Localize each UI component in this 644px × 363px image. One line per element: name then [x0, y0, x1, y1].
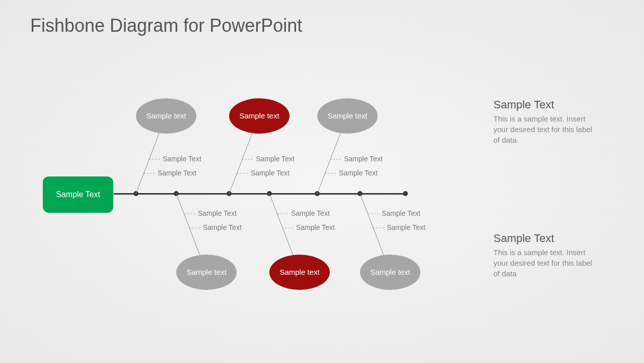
sub-label: Sample Text	[256, 155, 295, 163]
sub-label: Sample Text	[163, 155, 201, 163]
problem-head: Sample Text	[43, 176, 113, 213]
side-title-bottom: Sample Text	[493, 232, 554, 245]
sub-label: Sample Text	[382, 209, 420, 217]
cause-bottom-3: Sample text	[360, 255, 420, 290]
cause-label: Sample text	[239, 111, 279, 120]
cause-label: Sample text	[370, 268, 410, 277]
spine-dot	[315, 191, 320, 196]
sub-label: Sample Text	[296, 223, 335, 231]
cause-top-2: Sample text	[229, 98, 290, 134]
sub-label: Sample Text	[203, 223, 242, 231]
spine-dot	[403, 191, 408, 196]
head-label: Sample Text	[56, 190, 100, 200]
spine-dot	[357, 191, 363, 196]
sub-label: Sample Text	[339, 169, 378, 177]
spine-dot	[133, 191, 138, 196]
sub-label: Sample Text	[291, 209, 330, 217]
cause-label: Sample text	[146, 111, 186, 120]
sub-label: Sample Text	[251, 169, 290, 177]
cause-top-3: Sample text	[317, 98, 378, 134]
cause-bottom-2: Sample text	[269, 255, 330, 290]
sub-label: Sample Text	[344, 155, 383, 163]
side-body-bottom: This is a sample text. Insert your desir…	[493, 247, 594, 279]
cause-top-1: Sample text	[136, 98, 196, 134]
cause-label: Sample text	[279, 268, 319, 277]
cause-bottom-1: Sample text	[176, 255, 237, 290]
spine-dot	[227, 191, 232, 196]
fishbone-diagram: Sample Text Sample text Sample text Samp…	[0, 0, 644, 363]
spine-dot	[267, 191, 272, 196]
sub-label: Sample Text	[198, 209, 237, 217]
cause-label: Sample text	[186, 268, 226, 277]
spine-dot	[174, 191, 179, 196]
side-title-top: Sample Text	[493, 98, 554, 111]
sub-label: Sample Text	[387, 223, 425, 231]
cause-label: Sample text	[327, 111, 367, 120]
side-body-top: This is a sample text. Insert your desir…	[493, 113, 594, 145]
sub-label: Sample Text	[158, 169, 196, 177]
